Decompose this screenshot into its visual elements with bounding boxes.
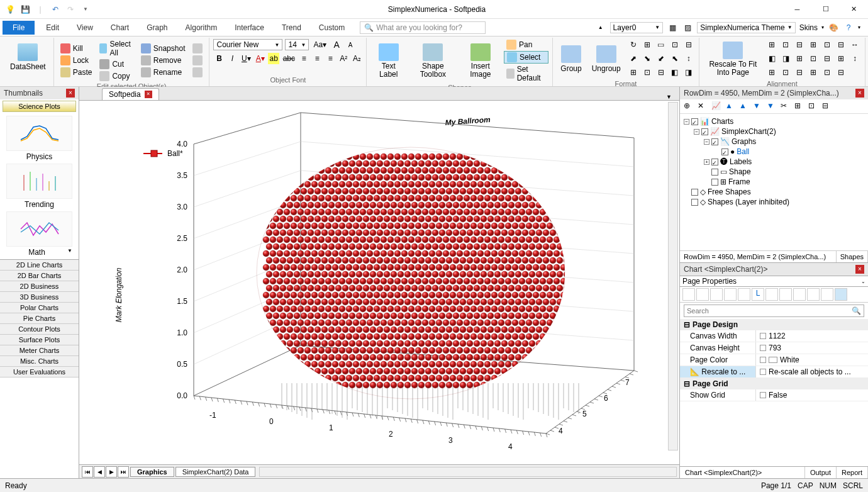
cat-polar[interactable]: Polar Charts xyxy=(0,303,79,313)
tree-freeshapes[interactable]: Free Shapes xyxy=(708,187,751,196)
layer-icon-1[interactable]: ▦ xyxy=(667,22,678,33)
collapse-icon[interactable]: ⊟ xyxy=(684,320,690,329)
al-17[interactable]: ⊟ xyxy=(793,67,806,78)
layer-icon-2[interactable]: ▨ xyxy=(682,22,693,33)
thumb-math[interactable]: Math▼ xyxy=(6,211,72,257)
align-left-icon[interactable]: ≡ xyxy=(298,53,309,64)
ptab-8[interactable] xyxy=(779,288,792,301)
menu-algorithm[interactable]: Algorithm xyxy=(177,21,226,35)
btab-chart[interactable]: Chart <SimplexChart(2)> xyxy=(680,467,805,478)
fmt-icon-11[interactable]: ⊞ xyxy=(627,67,640,78)
thumb-trending[interactable]: Trending xyxy=(6,164,72,209)
al-7[interactable]: ↔ xyxy=(849,39,861,50)
doc-tab-softpedia[interactable]: Softpedia× xyxy=(102,88,159,100)
datasheet-button[interactable]: DataSheet xyxy=(6,42,50,72)
tree-ball[interactable]: Ball xyxy=(737,147,749,156)
fmt-icon-3[interactable]: ▭ xyxy=(655,39,667,50)
ptab-2[interactable] xyxy=(696,288,709,301)
set-default-button[interactable]: Set Default xyxy=(504,64,548,83)
insert-image-button[interactable]: Insert Image xyxy=(460,42,501,80)
icon-btn-c[interactable] xyxy=(190,67,205,78)
ptab-1[interactable] xyxy=(682,288,695,301)
cat-usereval[interactable]: User Evaluations xyxy=(0,367,79,377)
super-icon[interactable]: A² xyxy=(338,53,349,64)
font-name-select[interactable]: Courier New▼ xyxy=(213,39,282,50)
ptab-9[interactable] xyxy=(793,288,806,301)
sub-icon[interactable]: A₂ xyxy=(351,53,362,64)
close-tree-icon[interactable]: × xyxy=(855,89,864,98)
remove-button[interactable]: Remove xyxy=(138,55,188,66)
tree-shapeslayer[interactable]: Shapes (Layer inhibited) xyxy=(708,198,789,206)
tab-graphics[interactable]: Graphics xyxy=(130,467,174,477)
shrink-font-icon[interactable]: A xyxy=(345,39,356,50)
al-8[interactable]: ◧ xyxy=(765,53,778,64)
fmt-icon-9[interactable]: ⬉ xyxy=(669,53,681,64)
fmt-icon-8[interactable]: ⬋ xyxy=(655,53,667,64)
object-tree[interactable]: −📊 Charts −📈 SimplexChart(2) −📉 Graphs ●… xyxy=(680,114,868,250)
fmt-icon-15[interactable]: ◨ xyxy=(682,67,695,78)
ptab-4[interactable] xyxy=(724,288,737,301)
cut-button[interactable]: Cut xyxy=(97,59,135,70)
tool-icon-2[interactable]: ✕ xyxy=(698,101,708,111)
v-showgrid[interactable]: False xyxy=(769,391,787,400)
icon-btn-b[interactable] xyxy=(190,55,205,66)
v-canvash[interactable]: 793 xyxy=(769,344,781,352)
al-3[interactable]: ⊟ xyxy=(793,39,806,50)
menu-custom[interactable]: Custom xyxy=(310,21,353,35)
fmt-icon-14[interactable]: ◧ xyxy=(669,67,681,78)
tool-icon-1[interactable]: ⊕ xyxy=(684,101,694,111)
cat-2dbiz[interactable]: 2D Business xyxy=(0,281,79,292)
hscrollbar[interactable] xyxy=(259,467,677,477)
ptab-5[interactable] xyxy=(738,288,750,301)
tool-icon-3[interactable]: 📈 xyxy=(711,101,721,111)
prop-search[interactable]: 🔍 xyxy=(684,305,864,317)
fmt-icon-1[interactable]: ↻ xyxy=(627,39,640,50)
paste-button[interactable]: Paste xyxy=(58,67,95,78)
al-20[interactable]: ⊟ xyxy=(835,67,847,78)
menu-interface[interactable]: Interface xyxy=(226,21,273,35)
ungroup-button[interactable]: Ungroup xyxy=(588,44,625,74)
tool-icon-4[interactable]: ▲ xyxy=(725,101,735,111)
menu-edit[interactable]: Edit xyxy=(37,21,68,35)
bulb-icon[interactable]: 💡 xyxy=(5,4,15,14)
nav-next-icon[interactable]: ▶ xyxy=(106,466,117,478)
select-button[interactable]: Select xyxy=(504,51,548,64)
cat-pie[interactable]: Pie Charts xyxy=(0,313,79,324)
thumb-physics[interactable]: Physics xyxy=(6,116,72,161)
redo-icon[interactable]: ↷ xyxy=(65,4,75,14)
file-menu[interactable]: File xyxy=(3,21,35,35)
cat-contour[interactable]: Contour Plots xyxy=(0,324,79,335)
cat-surface[interactable]: Surface Plots xyxy=(0,335,79,345)
tree-charts[interactable]: Charts xyxy=(711,117,733,126)
al-16[interactable]: ⊡ xyxy=(779,67,792,78)
menu-chart[interactable]: Chart xyxy=(102,21,138,35)
ptab-6[interactable]: L xyxy=(752,288,764,301)
al-15[interactable]: ⊞ xyxy=(765,67,778,78)
fmt-icon-7[interactable]: ⬊ xyxy=(641,53,654,64)
cat-3dbiz[interactable]: 3D Business xyxy=(0,292,79,303)
fmt-icon-4[interactable]: ⊡ xyxy=(669,39,681,50)
selectall-button[interactable]: Select All xyxy=(97,39,135,58)
shape-toolbox-button[interactable]: Shape Toolbox xyxy=(409,42,457,80)
align-center-icon[interactable]: ≡ xyxy=(311,53,323,64)
maximize-button[interactable]: ☐ xyxy=(811,0,840,19)
v-rescale[interactable]: Re-scale all objects to ... xyxy=(769,367,851,376)
search-box[interactable]: 🔍 What are you looking for? xyxy=(360,21,486,34)
group-button[interactable]: Group xyxy=(557,44,585,74)
italic-icon[interactable]: I xyxy=(226,53,238,64)
theme-select[interactable]: SimplexNumerica Theme▼ xyxy=(697,22,795,33)
tab-overflow-icon[interactable]: ▼ xyxy=(662,94,676,100)
caps-icon[interactable]: Aa▾ xyxy=(311,39,328,50)
menu-trend[interactable]: Trend xyxy=(273,21,310,35)
snapshot-button[interactable]: Snapshot xyxy=(138,43,188,54)
tree-labels[interactable]: Labels xyxy=(730,157,752,166)
tool-icon-8[interactable]: ✂ xyxy=(781,101,791,111)
al-5[interactable]: ⊡ xyxy=(821,39,833,50)
pan-button[interactable]: Pan xyxy=(504,39,548,50)
tab-close-icon[interactable]: × xyxy=(145,91,152,98)
tree-simplexchart[interactable]: SimplexChart(2) xyxy=(721,127,776,136)
prop-search-input[interactable] xyxy=(687,307,852,315)
kill-button[interactable]: Kill xyxy=(58,43,95,54)
ptab-12[interactable] xyxy=(835,288,847,301)
nav-prev-icon[interactable]: ◀ xyxy=(94,466,105,478)
